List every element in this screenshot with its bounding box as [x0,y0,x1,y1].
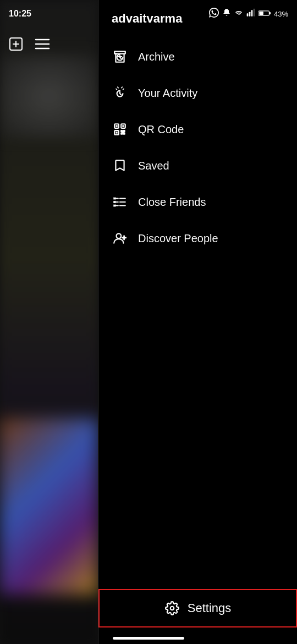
menu-list: Archive Your Activity [98,33,297,262]
close-friends-icon [112,194,128,210]
status-time: 10:25 [9,9,31,19]
blur-bottom [0,418,98,594]
svg-line-37 [114,201,115,203]
svg-point-40 [117,233,122,238]
hamburger-icon[interactable] [34,36,51,52]
blur-top [0,55,98,138]
svg-rect-0 [247,13,249,16]
activity-icon [112,85,128,101]
right-panel: advaitvarma Archive [98,0,297,644]
archive-icon [112,48,128,65]
menu-item-activity[interactable]: Your Activity [98,75,297,111]
menu-item-archive[interactable]: Archive [98,39,297,75]
svg-rect-5 [259,12,263,15]
saved-label: Saved [138,160,169,172]
status-icons: 43% [209,8,288,20]
svg-line-35 [114,198,115,199]
status-bar: 10:25 [0,0,297,28]
saved-icon [112,157,128,174]
menu-item-saved[interactable]: Saved [98,148,297,184]
svg-rect-24 [122,132,123,133]
home-indicator [113,637,184,640]
alarm-icon [222,8,231,19]
menu-item-qr[interactable]: QR Code [98,111,297,148]
settings-label: Settings [188,601,232,615]
svg-point-41 [170,607,174,610]
svg-rect-2 [251,10,253,16]
svg-rect-3 [254,9,255,17]
svg-rect-1 [249,12,251,17]
svg-rect-19 [116,132,117,133]
wifi-icon [234,8,243,19]
menu-item-close-friends[interactable]: Close Friends [98,184,297,220]
toolbar [0,28,98,61]
archive-label: Archive [138,51,175,63]
battery-percentage: 43% [274,10,288,18]
qr-label: QR Code [138,123,184,136]
whatsapp-icon [209,8,219,20]
svg-line-39 [114,205,115,206]
svg-rect-17 [116,125,117,127]
battery-icon [258,9,271,19]
signal-icon [246,8,255,19]
activity-label: Your Activity [138,87,197,100]
new-post-icon[interactable] [8,36,24,52]
discover-label: Discover People [138,232,218,245]
close-friends-label: Close Friends [138,196,206,209]
svg-rect-18 [122,125,124,127]
discover-icon [112,230,128,247]
settings-icon [164,601,180,616]
svg-rect-6 [270,12,271,14]
settings-button[interactable]: Settings [98,589,297,627]
menu-item-discover[interactable]: Discover People [98,220,297,256]
qr-icon [112,121,128,138]
